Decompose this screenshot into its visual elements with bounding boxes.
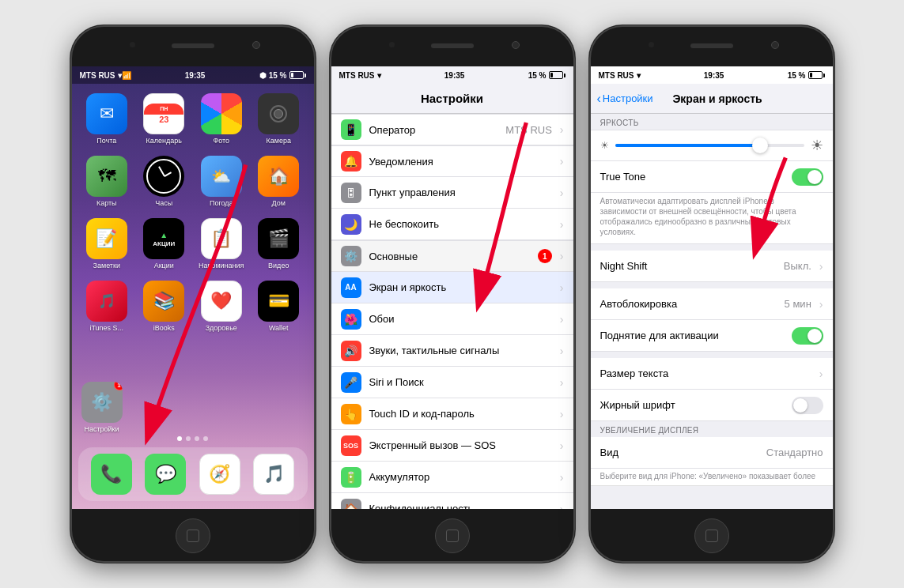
settings-row-dnd[interactable]: 🌙 Не беспокоить › xyxy=(330,209,575,240)
settings-row-sounds[interactable]: 🔊 Звуки, тактильные сигналы › xyxy=(330,335,575,367)
dock-messages[interactable]: 💬 xyxy=(145,454,186,495)
display-chevron-icon: › xyxy=(560,281,564,294)
dnd-chevron-icon: › xyxy=(560,218,564,231)
siri-chevron-icon: › xyxy=(560,376,564,389)
display-row-view[interactable]: Вид Стандартно xyxy=(589,437,834,469)
nightshift-value: Выкл. xyxy=(784,260,811,272)
settings-row-battery[interactable]: 🔋 Аккумулятор › xyxy=(330,462,575,493)
settings-row-privacy[interactable]: 🏠 Конфиденциальность › xyxy=(330,493,575,509)
status-bar-1: MTS RUS ▾📶 19:35 ⬢ 15 % xyxy=(70,66,316,84)
operator-icon: 📱 xyxy=(341,119,361,140)
home-screen: MTS RUS ▾📶 19:35 ⬢ 15 % ✉ xyxy=(70,66,316,509)
status-bar-3: MTS RUS ▾ 19:35 15 % xyxy=(589,66,834,84)
back-label: Настройки xyxy=(603,92,653,104)
bold-toggle[interactable] xyxy=(792,397,823,414)
divider-d2 xyxy=(589,282,834,288)
sun-large-icon: ☀ xyxy=(811,137,823,154)
control-icon: 🎛 xyxy=(341,183,361,203)
display-section-label: УВЕЛИЧЕНИЕ ДИСПЛЕЯ xyxy=(589,421,834,437)
battery-icon-3 xyxy=(808,71,825,79)
touchid-label: Touch ID и код-пароль xyxy=(369,408,552,420)
phone-2-screen: MTS RUS ▾ 19:35 15 % Настройки xyxy=(330,66,575,509)
operator-value: MTS RUS xyxy=(505,124,552,136)
speaker-2-icon xyxy=(431,43,474,48)
raisetowake-label: Поднятие для активации xyxy=(600,330,784,341)
battery-icon-row: 🔋 xyxy=(341,467,361,488)
touchid-chevron-icon: › xyxy=(560,408,564,420)
settings-row-operator[interactable]: 📱 Оператор MTS RUS › xyxy=(330,114,575,145)
settings-row-notifications[interactable]: 🔔 Уведомления › xyxy=(330,145,575,177)
app-maps[interactable]: 🗺 Карты xyxy=(81,156,133,207)
sensor-3-icon xyxy=(649,42,654,47)
settings-row-sos[interactable]: SOS Экстренный вызов — SOS › xyxy=(330,430,575,462)
display-row-truetone[interactable]: True Tone xyxy=(589,161,834,193)
raisetowake-toggle[interactable] xyxy=(792,327,823,345)
app-home[interactable]: 🏠 Дом xyxy=(253,156,304,207)
operator-chevron-icon: › xyxy=(560,123,564,136)
home-button-2[interactable] xyxy=(435,518,470,553)
home-button-inner-2 xyxy=(446,530,459,542)
app-photos[interactable]: Фото xyxy=(196,93,248,145)
siri-label: Siri и Поиск xyxy=(369,376,552,388)
app-wallet[interactable]: 💳 Wallet xyxy=(253,281,304,332)
app-mail[interactable]: ✉ Почта xyxy=(81,93,133,145)
divider-d1 xyxy=(589,244,834,251)
app-weather[interactable]: ⛅ Погода xyxy=(196,156,248,207)
app-clock[interactable]: Часы xyxy=(138,156,190,207)
home-button-3[interactable] xyxy=(694,518,729,553)
app-settings[interactable]: ⚙️ 1 Настройки xyxy=(81,382,123,433)
battery-label-1: 15 % xyxy=(269,71,287,80)
textsize-chevron-icon: › xyxy=(819,368,823,380)
status-left-2: MTS RUS ▾ xyxy=(339,71,381,80)
sos-chevron-icon: › xyxy=(560,439,564,452)
app-calendar[interactable]: ПН 23 Календарь xyxy=(138,93,190,145)
app-ibooks[interactable]: 📚 iBooks xyxy=(138,281,190,332)
display-settings-screen: MTS RUS ▾ 19:35 15 % ‹ Настройки xyxy=(589,66,834,509)
back-button[interactable]: ‹ Настройки xyxy=(597,92,653,106)
settings-row-touchid[interactable]: 👆 Touch ID и код-пароль › xyxy=(330,398,575,430)
display-row-raisetowake[interactable]: Поднятие для активации xyxy=(589,320,834,352)
home-button-inner-1 xyxy=(187,530,199,542)
home-button-1[interactable] xyxy=(176,518,210,553)
brightness-fill xyxy=(615,144,766,147)
time-3: 19:35 xyxy=(704,71,724,80)
settings-row-wallpaper[interactable]: 🌺 Обои › xyxy=(330,303,575,335)
dock-safari[interactable]: 🧭 xyxy=(199,454,240,495)
settings-row-control[interactable]: 🎛 Пункт управления › xyxy=(330,177,575,209)
display-row-autolock[interactable]: Автоблокировка 5 мин › xyxy=(589,288,834,320)
general-icon: ⚙️ xyxy=(341,246,361,266)
app-camera[interactable]: Камера xyxy=(253,93,304,145)
textsize-label: Размер текста xyxy=(600,368,811,379)
settings-row-siri[interactable]: 🎤 Siri и Поиск › xyxy=(330,367,575,398)
view-description: Выберите вид для iPhone: «Увеличено» пок… xyxy=(589,469,834,486)
dock-music[interactable]: 🎵 xyxy=(253,454,294,495)
app-reminders[interactable]: 📋 Напоминания xyxy=(196,218,248,270)
view-value: Стандартно xyxy=(766,447,823,458)
sos-label: Экстренный вызов — SOS xyxy=(369,439,552,451)
time-2: 19:35 xyxy=(444,71,465,80)
app-stocks[interactable]: ▲ АКЦИИ Акции xyxy=(138,218,190,270)
privacy-label: Конфиденциальность xyxy=(369,503,552,509)
display-row-bold[interactable]: Жирный шрифт xyxy=(589,390,834,421)
speaker-icon xyxy=(172,43,214,48)
carrier-label-1: MTS RUS xyxy=(80,71,115,80)
app-notes[interactable]: 📝 Заметки xyxy=(81,218,133,270)
dot-4 xyxy=(203,436,208,441)
settings-row-display[interactable]: AA Экран и яркость › xyxy=(330,272,575,303)
display-icon: AA xyxy=(341,277,361,298)
nightshift-chevron-icon: › xyxy=(819,260,823,273)
brightness-thumb xyxy=(752,138,768,153)
display-row-nightshift[interactable]: Night Shift Выкл. › xyxy=(589,251,834,282)
dock-phone[interactable]: 📞 xyxy=(91,454,132,495)
display-row-textsize[interactable]: Размер текста › xyxy=(589,358,834,390)
truetone-label: True Tone xyxy=(600,171,784,183)
display-nav-bar: ‹ Настройки Экран и яркость xyxy=(589,84,834,114)
dot-1 xyxy=(177,436,182,441)
sun-small-icon: ☀ xyxy=(600,140,609,151)
app-videos[interactable]: 🎬 Видео xyxy=(253,218,304,270)
settings-row-general[interactable]: ⚙️ Основные 1 › xyxy=(330,240,575,272)
brightness-slider[interactable] xyxy=(615,144,804,147)
app-health[interactable]: ❤️ Здоровье xyxy=(196,281,248,332)
app-itunes[interactable]: 🎵 iTunes S... xyxy=(81,281,133,332)
truetone-toggle[interactable] xyxy=(792,168,823,186)
